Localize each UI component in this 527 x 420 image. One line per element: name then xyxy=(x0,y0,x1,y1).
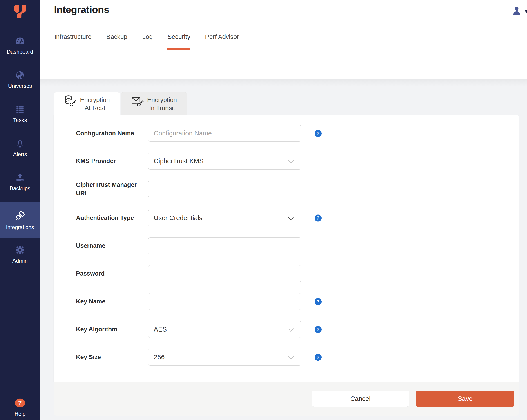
sidebar-item-label: Integrations xyxy=(6,224,34,231)
sidebar-item-label: Dashboard xyxy=(7,49,33,55)
configuration-name-label: Configuration Name xyxy=(76,125,143,142)
help-icon[interactable]: ? xyxy=(315,326,321,333)
select-divider xyxy=(281,352,282,363)
field-wrap: User Credentials xyxy=(148,210,301,226)
sidebar-item-admin[interactable]: Admin xyxy=(0,245,40,264)
sidebar-item-label: Tasks xyxy=(13,117,27,123)
sidebar-item-help[interactable]: ?Help xyxy=(0,398,40,417)
sidebar: DashboardUniversesTasksAlertsBackupsInte… xyxy=(0,0,40,420)
authentication-type-select[interactable]: User Credentials xyxy=(148,210,301,226)
admin-icon xyxy=(15,245,25,255)
field-wrap xyxy=(148,237,301,254)
sidebar-item-label: Alerts xyxy=(13,151,27,158)
selected-value: AES xyxy=(154,326,167,333)
configuration-name-input[interactable] xyxy=(148,125,301,142)
select-divider xyxy=(281,213,282,223)
content-area: Encryption At Rest xyxy=(40,79,527,420)
encryption-config-card: Encryption At Rest xyxy=(54,92,519,416)
password-label: Password xyxy=(76,265,143,282)
dashboard-icon xyxy=(15,36,25,46)
mail-key-icon xyxy=(131,95,144,115)
database-key-icon xyxy=(64,95,77,115)
form-row-authentication-type: Authentication Type User Credentials ? xyxy=(54,210,519,226)
field-wrap xyxy=(148,293,301,310)
sidebar-item-backups[interactable]: Backups xyxy=(0,172,40,192)
form-row-ciphertrust-manager-url: CipherTrust Manager URL xyxy=(54,181,519,197)
page-header: Integrations InfrastructureBackupLogSecu… xyxy=(40,0,527,79)
kms-provider-select[interactable]: CipherTrust KMS xyxy=(148,153,301,169)
selected-value: CipherTrust KMS xyxy=(154,158,203,165)
sidebar-item-universes[interactable]: Universes xyxy=(0,70,40,89)
authentication-type-label: Authentication Type xyxy=(76,210,143,226)
user-menu[interactable] xyxy=(513,6,527,17)
sidebar-item-label: Universes xyxy=(8,83,32,89)
tab-encryption-at-rest[interactable]: Encryption At Rest xyxy=(54,92,120,115)
sidebar-item-label: Admin xyxy=(12,258,28,264)
key-name-input[interactable] xyxy=(148,293,301,310)
backups-icon xyxy=(15,172,25,183)
tab-infrastructure[interactable]: Infrastructure xyxy=(55,33,91,50)
chevron-down-icon xyxy=(288,326,294,332)
key-size-select[interactable]: 256 xyxy=(148,349,301,366)
chevron-down-icon xyxy=(288,214,294,220)
tab-encryption-in-transit[interactable]: Encryption In Transit xyxy=(121,92,187,115)
sidebar-item-label: Backups xyxy=(10,185,30,192)
user-icon xyxy=(513,6,521,17)
form-body: Configuration Name?KMS Provider CipherTr… xyxy=(54,115,519,382)
tab-label-line2: In Transit xyxy=(149,104,175,112)
select-divider xyxy=(281,324,282,335)
tasks-icon xyxy=(15,105,25,115)
help-icon[interactable]: ? xyxy=(315,354,321,361)
key-name-label: Key Name xyxy=(76,293,143,310)
help-icon[interactable]: ? xyxy=(315,130,321,137)
form-row-key-name: Key Name? xyxy=(54,293,519,310)
key-algorithm-select[interactable]: AES xyxy=(148,321,301,338)
help-icon[interactable]: ? xyxy=(315,214,321,221)
universes-icon xyxy=(15,70,25,80)
svg-text:?: ? xyxy=(18,399,22,406)
help-icon: ? xyxy=(14,398,26,408)
ciphertrust-manager-url-input[interactable] xyxy=(148,181,301,197)
field-wrap: CipherTrust KMS xyxy=(148,153,301,169)
form-row-key-size: Key Size 256 ? xyxy=(54,349,519,366)
sidebar-item-tasks[interactable]: Tasks xyxy=(0,105,40,123)
selected-value: 256 xyxy=(154,354,165,361)
selected-value: User Credentials xyxy=(154,214,202,222)
key-size-label: Key Size xyxy=(76,349,143,366)
sidebar-item-integrations[interactable]: Integrations xyxy=(0,202,40,238)
field-wrap xyxy=(148,181,301,197)
sidebar-item-alerts[interactable]: Alerts xyxy=(0,138,40,158)
tab-security[interactable]: Security xyxy=(167,33,190,50)
sidebar-item-label: Help xyxy=(14,411,25,417)
form-row-configuration-name: Configuration Name? xyxy=(54,125,519,142)
tab-perf-advisor[interactable]: Perf Advisor xyxy=(205,33,239,50)
help-icon[interactable]: ? xyxy=(315,298,321,305)
ciphertrust-manager-url-label: CipherTrust Manager URL xyxy=(76,181,143,197)
kms-provider-label: KMS Provider xyxy=(76,153,143,169)
tab-label-line1: Encryption xyxy=(147,96,177,104)
integrations-icon xyxy=(14,210,26,222)
field-wrap: 256 xyxy=(148,349,301,366)
tab-log[interactable]: Log xyxy=(142,33,153,50)
tab-backup[interactable]: Backup xyxy=(106,33,127,50)
form-row-key-algorithm: Key Algorithm AES ? xyxy=(54,321,519,338)
username-input[interactable] xyxy=(148,237,301,254)
cancel-button[interactable]: Cancel xyxy=(312,391,409,407)
app-window: DashboardUniversesTasksAlertsBackupsInte… xyxy=(0,0,527,420)
chevron-down-icon xyxy=(288,354,294,360)
alerts-icon xyxy=(15,138,25,149)
password-input[interactable] xyxy=(148,265,301,282)
key-algorithm-label: Key Algorithm xyxy=(76,321,143,338)
username-label: Username xyxy=(76,237,143,254)
yugabyte-logo-icon[interactable] xyxy=(12,5,28,20)
form-row-username: Username xyxy=(54,237,519,254)
page-title: Integrations xyxy=(54,4,109,15)
sidebar-item-dashboard[interactable]: Dashboard xyxy=(0,36,40,55)
field-wrap xyxy=(148,265,301,282)
field-wrap xyxy=(148,125,301,142)
chevron-down-icon xyxy=(288,158,294,164)
save-button[interactable]: Save xyxy=(416,391,514,407)
section-tabs: InfrastructureBackupLogSecurityPerf Advi… xyxy=(55,33,239,50)
select-divider xyxy=(281,156,282,167)
tab-label-line1: Encryption xyxy=(80,96,110,104)
